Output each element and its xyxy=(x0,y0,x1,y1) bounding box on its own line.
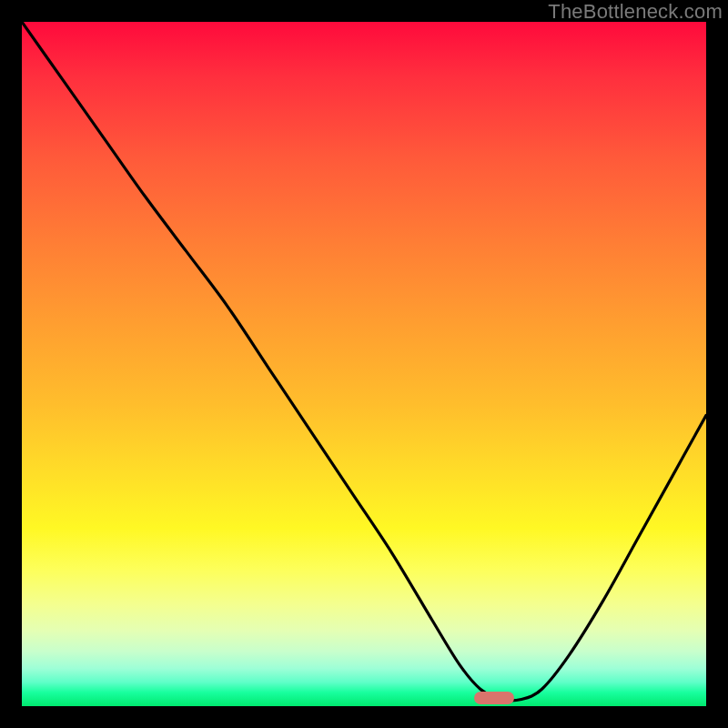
watermark-text: TheBottleneck.com xyxy=(548,0,723,24)
plot-area xyxy=(22,22,706,706)
optimal-point-marker xyxy=(474,692,514,704)
chart-frame xyxy=(22,22,706,706)
bottleneck-curve-path xyxy=(22,22,706,701)
chart-line-svg xyxy=(22,22,706,706)
